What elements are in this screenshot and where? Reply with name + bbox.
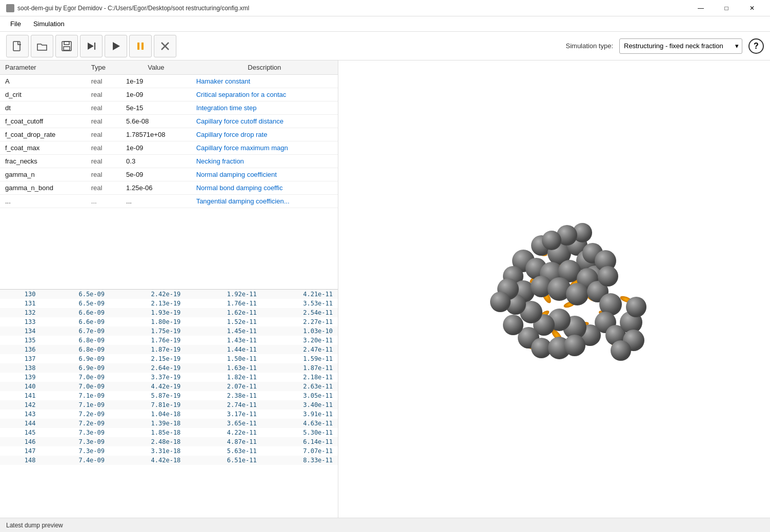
data-c2: 7.2e-09 [40,410,110,419]
data-row: 142 7.1e-09 7.81e-19 2.74e-11 3.40e-11 [0,400,338,410]
data-c4: 1.82e-11 [186,373,261,382]
data-c3: 2.64e-19 [110,363,186,373]
svg-point-67 [503,315,523,335]
param-row[interactable]: gamma_n_bond real 1.25e-06 Normal bond d… [0,181,338,195]
data-c4: 1.44e-11 [186,345,261,354]
data-row: 130 6.5e-09 2.42e-19 1.92e-11 4.21e-11 [0,290,338,299]
svg-point-66 [611,340,631,361]
data-c3: 2.48e-18 [110,437,186,446]
param-type: real [86,155,121,168]
menu-bar: File Simulation [0,16,770,32]
title-bar: soot-dem-gui by Egor Demidov - C:/Users/… [0,0,770,16]
new-button[interactable] [6,35,29,57]
data-row: 147 7.3e-09 3.31e-18 5.63e-11 7.07e-11 [0,446,338,456]
param-row[interactable]: f_coat_cutoff real 5.6e-08 Capillary for… [0,115,338,128]
status-text: Latest dump preview [6,522,63,529]
data-c5: 3.05e-11 [262,391,338,400]
svg-rect-5 [94,43,95,50]
data-row: 134 6.7e-09 1.75e-19 1.45e-11 1.03e-10 [0,326,338,336]
menu-file[interactable]: File [4,18,27,30]
param-row[interactable]: frac_necks real 0.3 Necking fraction [0,155,338,168]
data-c2: 6.6e-09 [40,308,110,317]
save-button[interactable] [55,35,78,57]
param-value: ... [121,195,191,208]
data-row: 132 6.6e-09 1.93e-19 1.62e-11 2.54e-11 [0,308,338,317]
data-table: 130 6.5e-09 2.42e-19 1.92e-11 4.21e-11 1… [0,290,338,518]
data-c1: 139 [0,373,40,382]
skip-button[interactable] [80,35,103,57]
pause-button[interactable] [129,35,152,57]
svg-rect-8 [141,43,144,50]
data-c3: 1.87e-19 [110,345,186,354]
param-name: f_coat_cutoff [0,115,86,128]
data-c3: 1.85e-18 [110,428,186,437]
data-row: 138 6.9e-09 2.64e-19 1.63e-11 1.87e-11 [0,363,338,373]
data-c1: 140 [0,382,40,391]
data-c5: 4.21e-11 [262,290,338,299]
param-type: real [86,141,121,155]
menu-simulation[interactable]: Simulation [27,18,71,30]
param-value: 1e-09 [121,88,191,101]
param-name: gamma_n_bond [0,181,86,195]
open-button[interactable] [31,35,53,57]
data-c3: 4.42e-19 [110,382,186,391]
param-row[interactable]: f_coat_max real 1e-09 Capillary force ma… [0,141,338,155]
param-desc: Tangential damping coefficien... [191,195,338,208]
stop-button[interactable] [154,35,176,57]
open-icon [36,40,48,52]
param-desc: Necking fraction [191,155,338,168]
molecule-visualization [457,166,652,412]
data-c1: 142 [0,400,40,410]
data-c4: 2.07e-11 [186,382,261,391]
status-bar: Latest dump preview [0,518,770,532]
param-row[interactable]: A real 1e-19 Hamaker constant [0,75,338,88]
maximize-button[interactable]: □ [715,0,738,16]
svg-marker-6 [113,42,120,50]
data-row: 143 7.2e-09 1.04e-18 3.17e-11 3.91e-11 [0,410,338,419]
svg-rect-3 [64,47,70,50]
params-table: Parameter Type Value Description A real … [0,60,338,290]
sim-type-dropdown[interactable]: Restructuring - fixed neck fraction [619,38,742,54]
data-c2: 6.7e-09 [40,326,110,336]
param-name: ... [0,195,86,208]
data-c3: 7.81e-19 [110,400,186,410]
window-title: soot-dem-gui by Egor Demidov - C:/Users/… [17,5,249,12]
data-c4: 6.51e-11 [186,456,261,465]
param-row[interactable]: d_crit real 1e-09 Critical separation fo… [0,88,338,101]
svg-point-63 [564,335,585,356]
svg-point-59 [490,292,511,312]
desc-header: Description [191,60,338,75]
sim-type-value: Restructuring - fixed neck fraction [624,42,723,50]
molecule-svg [457,166,652,412]
window-controls: — □ ✕ [689,0,764,16]
param-type: real [86,128,121,141]
param-name: f_coat_max [0,141,86,155]
param-row[interactable]: ... ... ... Tangential damping coefficie… [0,195,338,208]
data-c1: 147 [0,446,40,456]
data-row: 131 6.5e-09 2.13e-19 1.76e-11 3.53e-11 [0,299,338,308]
data-c5: 2.27e-11 [262,317,338,326]
svg-point-46 [566,283,589,305]
data-c2: 7.1e-09 [40,400,110,410]
data-c1: 138 [0,363,40,373]
data-c4: 4.22e-11 [186,428,261,437]
play-button[interactable] [105,35,127,57]
svg-marker-4 [88,43,94,50]
data-c4: 4.87e-11 [186,437,261,446]
data-c3: 1.75e-19 [110,326,186,336]
param-value: 5.6e-08 [121,115,191,128]
param-type: real [86,168,121,181]
help-button[interactable]: ? [748,38,764,54]
data-c2: 6.5e-09 [40,299,110,308]
param-row[interactable]: f_coat_drop_rate real 1.78571e+08 Capill… [0,128,338,141]
data-c4: 1.63e-11 [186,363,261,373]
data-c3: 2.13e-19 [110,299,186,308]
param-row[interactable]: gamma_n real 5e-09 Normal damping coeffi… [0,168,338,181]
close-button[interactable]: ✕ [740,0,764,16]
value-header: Value [121,60,191,75]
data-c1: 145 [0,428,40,437]
data-c2: 7.4e-09 [40,456,110,465]
minimize-button[interactable]: — [689,0,713,16]
param-row[interactable]: dt real 5e-15 Integration time step [0,101,338,115]
param-name: d_crit [0,88,86,101]
